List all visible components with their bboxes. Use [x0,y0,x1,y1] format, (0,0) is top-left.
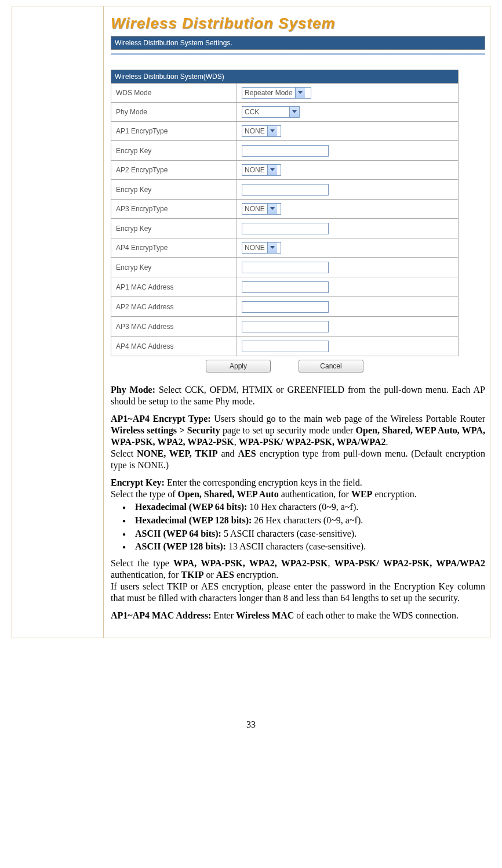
ap1-encrypt-select[interactable]: NONE [242,125,281,137]
cancel-button[interactable]: Cancel [299,360,363,372]
list-item: Hexadecimal (WEP 64 bits): 10 Hex charac… [122,501,485,513]
key4-label: Encryp Key [111,258,237,277]
panel-title: Wireless Distribution System [111,15,485,32]
encrypt-key-paragraph: Encrypt Key: Enter the corresponding enc… [111,477,485,500]
page-number: 33 [12,719,490,730]
mac-address-paragraph: AP1~AP4 MAC Address: Enter Wireless MAC … [111,610,485,621]
wds-mode-select[interactable]: Repeater Mode [242,87,311,99]
sidebar-spacer [12,6,104,638]
ap2-encrypt-select[interactable]: NONE [242,164,281,176]
doc-layout-table: Wireless Distribution System Wireless Di… [12,6,490,638]
wds-form-table: Wireless Distribution System(WDS) WDS Mo… [111,70,459,356]
section-header: Wireless Distribution System(WDS) [111,70,459,84]
svg-marker-5 [270,246,275,249]
ap3-encrypt-select[interactable]: NONE [242,203,281,215]
chevron-down-icon [267,243,277,253]
svg-marker-0 [298,91,303,94]
key2-label: Encryp Key [111,180,237,200]
ap4-encrypt-value: NONE [245,244,265,252]
wpa-paragraph: Select the type WPA, WPA-PSK, WPA2, WPA2… [111,558,485,604]
list-item: Hexadecimal (WEP 128 bits): 26 Hex chara… [122,515,485,527]
mac2-label: AP2 MAC Address [111,297,237,317]
mac3-label: AP3 MAC Address [111,317,237,337]
mac1-label: AP1 MAC Address [111,277,237,297]
list-item: ASCII (WEP 64 bits): 5 ASCII characters … [122,528,485,540]
key3-label: Encryp Key [111,219,237,238]
chevron-down-icon [267,204,277,214]
divider [111,53,485,55]
panel-subtitle: Wireless Distribution System Settings. [111,36,485,50]
ap4-encrypt-select[interactable]: NONE [242,242,281,254]
mac1-input[interactable] [242,281,329,293]
svg-marker-3 [270,168,275,171]
ap2-encrypt-label: AP2 EncrypType [111,161,237,180]
phy-mode-label: Phy Mode [111,103,237,122]
apply-button[interactable]: Apply [206,360,271,372]
encrypt-type-paragraph: AP1~AP4 Encrypt Type: Users should go to… [111,413,485,471]
ap1-encrypt-label: AP1 EncrypType [111,122,237,141]
phy-mode-select[interactable]: CCK [242,106,300,118]
documentation-text: Phy Mode: Select CCK, OFDM, HTMIX or GRE… [111,384,485,621]
ap4-encrypt-label: AP4 EncrypType [111,238,237,258]
key3-input[interactable] [242,223,329,234]
ap1-encrypt-value: NONE [245,127,265,135]
wds-mode-value: Repeater Mode [245,89,293,97]
ap3-encrypt-value: NONE [245,205,265,213]
chevron-down-icon [289,107,299,117]
svg-marker-1 [292,110,297,113]
chevron-down-icon [267,126,277,136]
chevron-down-icon [267,165,277,175]
key1-label: Encryp Key [111,141,237,161]
mac2-input[interactable] [242,301,329,313]
list-item: ASCII (WEP 128 bits): 13 ASCII character… [122,541,485,553]
mac4-input[interactable] [242,341,329,352]
mac3-input[interactable] [242,321,329,332]
svg-marker-2 [270,129,275,132]
wds-mode-label: WDS Mode [111,84,237,103]
phy-mode-value: CCK [245,108,287,116]
ap2-encrypt-value: NONE [245,166,265,174]
svg-marker-4 [270,207,275,210]
chevron-down-icon [295,88,305,98]
key2-input[interactable] [242,184,329,196]
key1-input[interactable] [242,145,329,157]
ap3-encrypt-label: AP3 EncrypType [111,200,237,219]
key4-input[interactable] [242,262,329,273]
mac4-label: AP4 MAC Address [111,337,237,356]
wep-options-list: Hexadecimal (WEP 64 bits): 10 Hex charac… [111,501,485,553]
phy-mode-paragraph: Phy Mode: Select CCK, OFDM, HTMIX or GRE… [111,384,485,407]
